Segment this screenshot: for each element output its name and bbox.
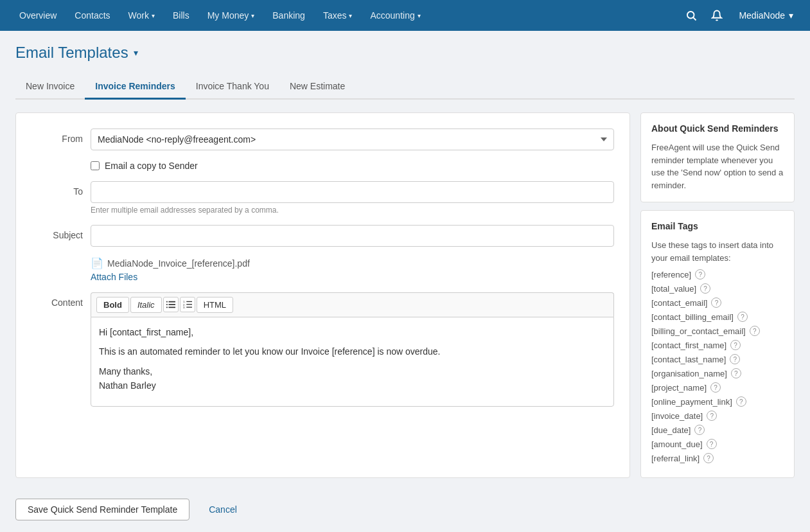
tag-help-icon[interactable]: ?	[750, 326, 760, 336]
svg-point-0	[687, 12, 694, 19]
email-tags-title: Email Tags	[651, 221, 784, 231]
svg-rect-3	[168, 301, 175, 303]
svg-rect-5	[168, 304, 175, 305]
tag-help-icon[interactable]: ?	[731, 368, 741, 378]
svg-rect-13	[186, 307, 192, 308]
svg-rect-6	[166, 307, 168, 308]
nav-work[interactable]: Work ▾	[119, 0, 164, 31]
email-tags-intro: Use these tags to insert data into your …	[651, 239, 784, 264]
tag-help-icon[interactable]: ?	[710, 382, 721, 393]
tag-help-icon[interactable]: ?	[736, 396, 746, 407]
tag-name: [organisation_name]	[651, 369, 727, 378]
save-button[interactable]: Save Quick Send Reminder Template	[15, 499, 189, 520]
editor-toolbar: Bold Italic 1.2.3. HTML	[91, 292, 614, 317]
tag-help-icon[interactable]: ?	[737, 312, 748, 322]
subject-input[interactable]: Reminder for Invoice [reference]	[91, 225, 614, 247]
sidebar: About Quick Send Reminders FreeAgent wil…	[640, 112, 795, 478]
tab-invoice-thank-you[interactable]: Invoice Thank You	[186, 75, 279, 100]
tag-item: [referral_link]?	[651, 453, 784, 463]
bell-icon[interactable]	[707, 5, 727, 26]
email-copy-label[interactable]: Email a copy to Sender	[105, 161, 198, 171]
attachment-row: 📄 MediaNode_Invoice_[reference].pdf	[31, 257, 614, 269]
tag-name: [online_payment_link]	[651, 397, 732, 407]
svg-line-1	[694, 17, 696, 20]
top-nav: Overview Contacts Work ▾ Bills My Money …	[0, 0, 810, 31]
nav-accounting[interactable]: Accounting ▾	[361, 0, 429, 31]
tag-item: [online_payment_link]?	[651, 396, 784, 407]
to-label: To	[31, 181, 83, 197]
to-row: To [billing_or_contact_email] Enter mult…	[31, 181, 614, 215]
to-input[interactable]: [billing_or_contact_email]	[91, 181, 614, 203]
tag-name: [due_date]	[651, 425, 691, 435]
svg-rect-2	[166, 301, 168, 303]
svg-text:3.: 3.	[183, 306, 186, 309]
tag-name: [invoice_date]	[651, 411, 703, 421]
accounting-chevron-icon: ▾	[418, 12, 421, 19]
attach-files-link[interactable]: Attach Files	[91, 272, 137, 282]
from-select[interactable]: MediaNode <no-reply@freeagent.com>	[91, 129, 614, 150]
tag-item: [reference]?	[651, 269, 784, 279]
tag-help-icon[interactable]: ?	[711, 297, 721, 308]
quick-send-title: About Quick Send Reminders	[651, 123, 784, 134]
work-chevron-icon: ▾	[152, 12, 155, 19]
page-title-chevron[interactable]: ▾	[134, 48, 138, 58]
nav-bills[interactable]: Bills	[164, 0, 198, 31]
tab-new-estimate[interactable]: New Estimate	[279, 75, 355, 100]
svg-rect-4	[166, 304, 168, 305]
svg-rect-11	[186, 304, 192, 305]
email-tags-card: Email Tags Use these tags to insert data…	[640, 210, 795, 478]
tag-item: [amount_due]?	[651, 439, 784, 449]
tag-help-icon[interactable]: ?	[730, 354, 740, 364]
tag-name: [reference]	[651, 270, 691, 279]
tag-help-icon[interactable]: ?	[703, 453, 714, 463]
html-button[interactable]: HTML	[197, 297, 233, 313]
brand-menu[interactable]: MediaNode ▾	[732, 10, 800, 21]
tag-name: [contact_billing_email]	[651, 312, 734, 322]
tag-name: [referral_link]	[651, 454, 700, 463]
nav-mymoney[interactable]: My Money ▾	[198, 0, 264, 31]
to-hint: Enter multiple email addresses separated…	[91, 206, 614, 215]
tab-invoice-reminders[interactable]: Invoice Reminders	[85, 75, 186, 100]
cancel-button[interactable]: Cancel	[197, 499, 249, 520]
tag-item: [invoice_date]?	[651, 411, 784, 421]
italic-button[interactable]: Italic	[130, 297, 162, 313]
tag-item: [contact_last_name]?	[651, 354, 784, 364]
tag-help-icon[interactable]: ?	[707, 411, 717, 421]
unordered-list-button[interactable]	[163, 297, 179, 312]
tag-item: [total_value]?	[651, 283, 784, 294]
from-label: From	[31, 129, 83, 144]
svg-rect-7	[168, 307, 175, 308]
brand-chevron-icon: ▾	[789, 10, 793, 21]
action-buttons: Save Quick Send Reminder Template Cancel	[15, 488, 795, 531]
tag-name: [project_name]	[651, 383, 707, 393]
nav-taxes[interactable]: Taxes ▾	[314, 0, 362, 31]
content-label: Content	[31, 292, 83, 308]
email-copy-checkbox[interactable]	[91, 161, 100, 170]
tag-help-icon[interactable]: ?	[730, 340, 741, 350]
tag-name: [amount_due]	[651, 439, 703, 449]
tag-help-icon[interactable]: ?	[695, 269, 705, 279]
from-row: From MediaNode <no-reply@freeagent.com>	[31, 129, 614, 150]
nav-banking[interactable]: Banking	[263, 0, 314, 31]
tag-item: [contact_email]?	[651, 297, 784, 308]
search-icon[interactable]	[681, 5, 701, 26]
tag-help-icon[interactable]: ?	[694, 425, 705, 435]
bold-button[interactable]: Bold	[96, 297, 129, 313]
tag-help-icon[interactable]: ?	[700, 283, 710, 294]
email-copy-row: Email a copy to Sender	[31, 161, 614, 171]
tag-item: [due_date]?	[651, 425, 784, 435]
page-header: Email Templates ▾	[15, 44, 795, 62]
nav-contacts[interactable]: Contacts	[66, 0, 119, 31]
email-form: From MediaNode <no-reply@freeagent.com> …	[15, 112, 630, 478]
nav-overview[interactable]: Overview	[10, 0, 66, 31]
tag-name: [contact_email]	[651, 298, 707, 308]
ordered-list-button[interactable]: 1.2.3.	[180, 297, 195, 312]
tag-name: [contact_first_name]	[651, 341, 726, 350]
tag-item: [billing_or_contact_email]?	[651, 326, 784, 336]
tag-help-icon[interactable]: ?	[707, 439, 717, 449]
content-editor[interactable]: Hi [contact_first_name], This is an auto…	[91, 317, 614, 407]
attachment-icon: 📄	[91, 257, 103, 269]
subject-label: Subject	[31, 225, 83, 240]
tab-new-invoice[interactable]: New Invoice	[15, 75, 85, 100]
page-title: Email Templates	[15, 44, 128, 62]
